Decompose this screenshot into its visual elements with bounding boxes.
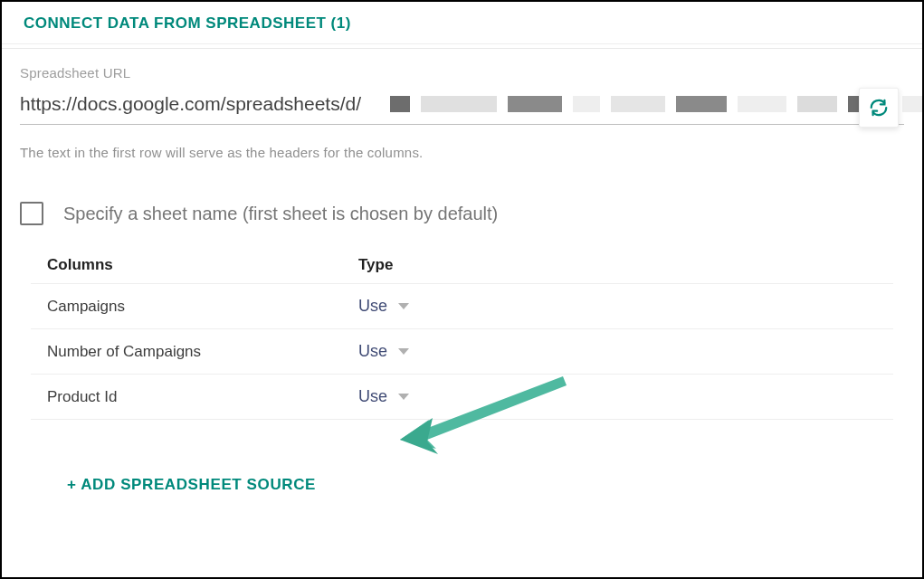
refresh-button[interactable] <box>859 88 899 128</box>
type-select-value: Use <box>358 387 387 406</box>
type-select[interactable]: Use <box>358 342 409 361</box>
table-row: Campaigns Use <box>31 284 893 329</box>
columns-table-head: Columns Type <box>31 247 893 284</box>
panel-header: CONNECT DATA FROM SPREADSHEET (1) <box>2 2 922 44</box>
caret-down-icon <box>398 394 409 400</box>
th-type: Type <box>358 256 877 274</box>
column-name: Number of Campaigns <box>47 343 358 361</box>
specify-sheet-row: Specify a sheet name (first sheet is cho… <box>20 202 904 225</box>
column-name: Campaigns <box>47 298 358 316</box>
specify-sheet-label: Specify a sheet name (first sheet is cho… <box>63 204 498 224</box>
type-select[interactable]: Use <box>358 297 409 316</box>
url-input-row[interactable]: https://docs.google.com/spreadsheets/d/ <box>20 93 904 125</box>
url-redacted-suffix <box>370 96 924 112</box>
type-select-value: Use <box>358 342 387 361</box>
column-name: Product Id <box>47 388 358 406</box>
connect-data-panel: CONNECT DATA FROM SPREADSHEET (1) Spread… <box>0 0 924 579</box>
table-row: Product Id Use <box>31 375 893 420</box>
panel-title: CONNECT DATA FROM SPREADSHEET (1) <box>24 14 351 32</box>
type-select[interactable]: Use <box>358 387 409 406</box>
type-select-value: Use <box>358 297 387 316</box>
columns-table: Columns Type Campaigns Use Number of Cam… <box>20 247 904 420</box>
refresh-icon <box>869 98 889 118</box>
th-columns: Columns <box>47 256 358 274</box>
url-input-value: https://docs.google.com/spreadsheets/d/ <box>20 93 361 115</box>
header-row-hint: The text in the first row will serve as … <box>20 145 904 160</box>
url-field-label: Spreadsheet URL <box>20 65 904 81</box>
specify-sheet-checkbox[interactable] <box>20 202 43 225</box>
add-spreadsheet-source-label: + ADD SPREADSHEET SOURCE <box>67 476 316 493</box>
add-spreadsheet-source-button[interactable]: + ADD SPREADSHEET SOURCE <box>20 476 904 494</box>
caret-down-icon <box>398 303 409 309</box>
form-section: Spreadsheet URL https://docs.google.com/… <box>2 48 922 516</box>
caret-down-icon <box>398 348 409 355</box>
table-row: Number of Campaigns Use <box>31 329 893 375</box>
